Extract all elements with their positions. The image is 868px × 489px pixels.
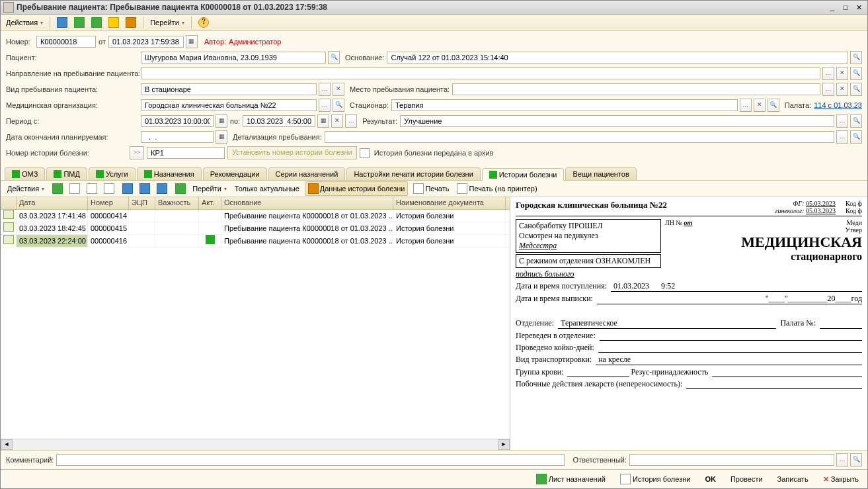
close-button[interactable]: ✕: [853, 3, 865, 12]
column-header[interactable]: [1, 197, 17, 209]
sub-icon-reload[interactable]: [173, 182, 188, 195]
toolbar-icon-3[interactable]: [89, 16, 104, 29]
result-input[interactable]: [403, 116, 832, 126]
sub-actions-menu[interactable]: Действия: [5, 183, 47, 194]
detail-input[interactable]: [327, 132, 832, 142]
toolbar-icon-5[interactable]: [123, 16, 139, 29]
table-row[interactable]: 03.03.2023 17:41:48000000414Пребывание п…: [1, 210, 510, 222]
period-from-picker-icon[interactable]: ▦: [216, 114, 227, 128]
tab-Услуги[interactable]: Услуги: [89, 167, 136, 180]
referral-lookup-icon[interactable]: 🔍: [850, 67, 862, 80]
period-from-input[interactable]: [143, 116, 211, 126]
tab-Назначения[interactable]: Назначения: [137, 167, 202, 180]
actions-menu[interactable]: Действия: [3, 17, 46, 28]
close-form-button[interactable]: ✕Закрыть: [818, 473, 863, 486]
department-more-icon[interactable]: …: [740, 99, 752, 112]
result-lookup-icon[interactable]: 🔍: [850, 114, 862, 128]
responsible-input[interactable]: [632, 455, 832, 465]
med-org-lookup-icon[interactable]: 🔍: [333, 99, 344, 112]
toolbar-icon-4[interactable]: [106, 16, 122, 29]
med-org-input[interactable]: [143, 101, 314, 110]
referral-input[interactable]: [143, 69, 818, 78]
save-button[interactable]: Записать: [773, 473, 813, 485]
tab-ПМД[interactable]: ПМД: [46, 167, 87, 180]
column-header[interactable]: Наименование документа: [393, 197, 506, 209]
column-header[interactable]: Акт.: [199, 197, 221, 209]
archive-checkbox[interactable]: [360, 148, 370, 158]
sub-goto-menu[interactable]: Перейти: [190, 183, 229, 194]
column-header[interactable]: Важность: [155, 197, 199, 209]
detail-lookup-icon[interactable]: 🔍: [850, 130, 862, 144]
tab-Серии назначений[interactable]: Серии назначений: [268, 167, 346, 180]
tab-Вещи пациентов[interactable]: Вещи пациентов: [565, 167, 636, 180]
sub-icon-filter3[interactable]: [154, 182, 170, 195]
period-to-input[interactable]: [245, 116, 313, 126]
history-goto-button[interactable]: >>: [130, 146, 144, 159]
goto-menu[interactable]: Перейти: [147, 17, 187, 28]
comment-input[interactable]: [59, 455, 562, 465]
department-lookup-icon[interactable]: 🔍: [768, 99, 779, 112]
sub-icon-filter2[interactable]: [137, 182, 153, 195]
department-clear-icon[interactable]: ✕: [754, 99, 766, 112]
help-button[interactable]: ?: [196, 16, 212, 29]
referral-clear-icon[interactable]: ✕: [836, 67, 848, 80]
case-history-button[interactable]: История болезни: [615, 472, 695, 486]
column-header[interactable]: Основание: [221, 197, 393, 209]
sub-icon-swap[interactable]: [84, 182, 100, 195]
department-input[interactable]: [394, 101, 735, 110]
column-header[interactable]: ЭЦП: [129, 197, 155, 209]
print-preview-button[interactable]: Печать: [411, 182, 452, 195]
maximize-button[interactable]: □: [840, 3, 851, 12]
column-header[interactable]: Номер: [88, 197, 129, 209]
tab-ОМЗ[interactable]: ОМЗ: [5, 167, 45, 180]
case-data-button[interactable]: Данные истории болезни: [305, 181, 409, 196]
column-header[interactable]: Дата: [17, 197, 88, 209]
referral-more-icon[interactable]: …: [822, 67, 834, 80]
print-direct-button[interactable]: Печать (на принтер): [454, 182, 539, 195]
basis-lookup-icon[interactable]: 🔍: [850, 51, 862, 64]
datetime-picker-icon[interactable]: ▦: [186, 35, 198, 48]
horizontal-scrollbar[interactable]: ◄►: [1, 439, 510, 450]
patient-lookup-icon[interactable]: 🔍: [328, 51, 340, 64]
stay-place-clear-icon[interactable]: ✕: [836, 83, 848, 96]
sub-icon-refresh[interactable]: [67, 182, 83, 195]
sub-icon-filter1[interactable]: [120, 182, 136, 195]
end-date-input[interactable]: [143, 132, 211, 142]
end-date-picker-icon[interactable]: ▦: [216, 130, 227, 144]
table-row[interactable]: 03.03.2023 22:24:00000000416Пребывание п…: [1, 235, 510, 247]
ok-button[interactable]: OK: [700, 473, 721, 485]
period-to-picker-icon[interactable]: ▦: [317, 114, 329, 128]
sub-icon-edit[interactable]: [50, 182, 65, 195]
basis-input[interactable]: [389, 53, 846, 62]
tab-Истории болезни[interactable]: Истории болезни: [482, 168, 565, 181]
stay-place-more-icon[interactable]: …: [822, 83, 834, 96]
datetime-input[interactable]: [111, 37, 181, 46]
minimize-button[interactable]: _: [826, 3, 838, 12]
period-to-clear-icon[interactable]: ✕: [331, 114, 343, 128]
stay-type-clear-icon[interactable]: ✕: [333, 83, 344, 96]
stay-type-more-icon[interactable]: …: [319, 83, 331, 96]
post-button[interactable]: Провести: [726, 473, 768, 485]
ward-link[interactable]: 114 с 01.03.23: [814, 101, 862, 109]
stay-type-input[interactable]: [143, 85, 314, 94]
responsible-more-icon[interactable]: …: [836, 453, 848, 467]
med-org-more-icon[interactable]: …: [319, 99, 331, 112]
patient-input[interactable]: [143, 53, 323, 62]
stay-place-lookup-icon[interactable]: 🔍: [850, 83, 862, 96]
table-row[interactable]: 03.03.2023 18:42:45000000415Пребывание п…: [1, 222, 510, 235]
toolbar-icon-1[interactable]: [54, 16, 70, 29]
responsible-lookup-icon[interactable]: 🔍: [850, 453, 862, 467]
prescription-sheet-button[interactable]: Лист назначений: [532, 472, 610, 486]
history-no-input[interactable]: [149, 148, 222, 157]
result-more-icon[interactable]: …: [836, 114, 848, 128]
detail-more-icon[interactable]: …: [836, 130, 848, 144]
toolbar-icon-2[interactable]: [71, 16, 87, 29]
tab-Настройки печати истории болезни[interactable]: Настройки печати истории болезни: [346, 167, 480, 180]
set-history-button[interactable]: Установить номер истории болезни: [227, 146, 357, 159]
only-actual-button[interactable]: Только актуальные: [232, 183, 302, 194]
number-input[interactable]: [39, 37, 93, 46]
stay-place-input[interactable]: [455, 85, 818, 94]
tab-Рекомендации[interactable]: Рекомендации: [203, 167, 267, 180]
sub-icon-find[interactable]: [101, 182, 117, 195]
period-more-icon[interactable]: …: [345, 114, 357, 128]
